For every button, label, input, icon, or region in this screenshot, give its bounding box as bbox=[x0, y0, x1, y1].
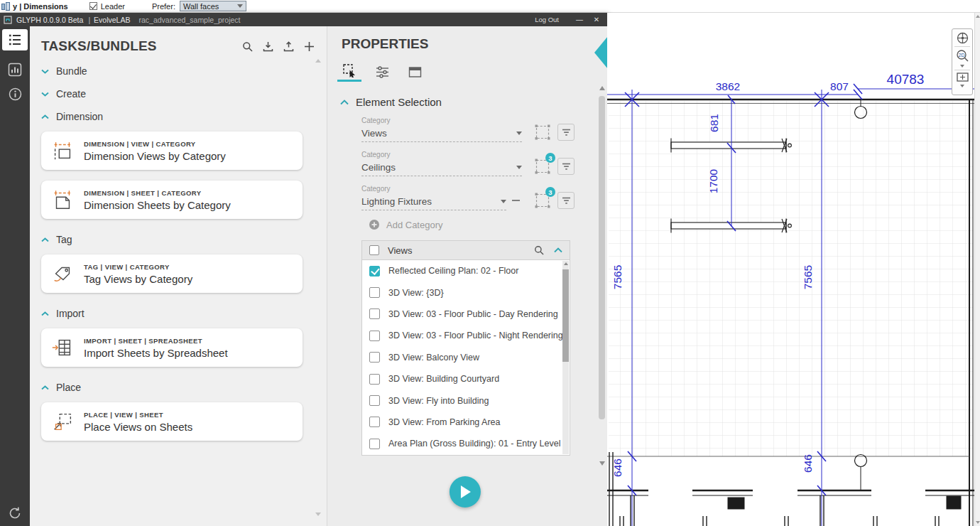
navigation-wheel-icon[interactable] bbox=[957, 32, 969, 44]
section-bundle[interactable]: Bundle bbox=[41, 62, 309, 80]
task-card-dimension-views[interactable]: DIMENSION | VIEW | CATEGORY Dimension Vi… bbox=[41, 132, 303, 170]
chevron-down-icon bbox=[237, 4, 243, 8]
ceiling-plan-drawing: 3862 807 40783 681 1700 7565 7565 646 64… bbox=[607, 13, 980, 526]
filter-button[interactable] bbox=[557, 158, 575, 175]
minimize-button[interactable]: — bbox=[573, 16, 586, 23]
view-checkbox[interactable] bbox=[369, 331, 380, 341]
section-place[interactable]: Place bbox=[41, 378, 309, 397]
add-category-button[interactable]: Add Category bbox=[369, 219, 597, 230]
task-card-tag-views[interactable]: TAG | VIEW | CATEGORY Tag Views by Categ… bbox=[41, 254, 303, 293]
view-list-item[interactable]: 3D View: From Parking Area bbox=[362, 412, 570, 433]
pick-elements-button[interactable]: 3 bbox=[534, 158, 551, 175]
analytics-nav-button[interactable] bbox=[2, 59, 28, 80]
view-checkbox[interactable] bbox=[369, 417, 380, 427]
views-list-header[interactable]: Views bbox=[362, 241, 570, 260]
glyph-titlebar[interactable]: GLYPH 0.0.9.0 Beta | EvolveLAB rac_advan… bbox=[0, 13, 607, 26]
section-create[interactable]: Create bbox=[41, 85, 309, 103]
view-navigation-bar: 2D bbox=[952, 28, 973, 95]
properties-scrollbar[interactable] bbox=[597, 86, 607, 466]
import-sheets-icon bbox=[50, 336, 75, 360]
scroll-up-icon[interactable] bbox=[599, 86, 605, 90]
view-checkbox[interactable] bbox=[369, 308, 380, 319]
tab-output[interactable] bbox=[403, 62, 427, 82]
task-card-import-sheets[interactable]: IMPORT | SHEET | SPREADSHEET Import Shee… bbox=[41, 328, 303, 367]
view-checkbox[interactable] bbox=[369, 287, 380, 298]
collapse-panel-handle[interactable] bbox=[594, 36, 608, 72]
task-card-place-views[interactable]: PLACE | VIEW | SHEET Place Views on Shee… bbox=[41, 402, 303, 441]
scroll-down-icon[interactable] bbox=[976, 521, 980, 524]
refresh-icon bbox=[8, 506, 22, 520]
select-elements-icon bbox=[343, 64, 356, 77]
tasks-nav-button[interactable] bbox=[2, 29, 28, 50]
refresh-button[interactable] bbox=[0, 506, 30, 520]
view-checkbox[interactable] bbox=[369, 352, 380, 363]
search-icon[interactable] bbox=[241, 40, 254, 53]
remove-category-button[interactable] bbox=[512, 199, 521, 202]
info-nav-button[interactable] bbox=[2, 83, 28, 104]
scroll-up-hint-icon[interactable] bbox=[315, 59, 321, 63]
zoom-2d-icon[interactable]: 2D bbox=[956, 49, 969, 63]
section-tag[interactable]: Tag bbox=[41, 230, 309, 249]
section-dimension[interactable]: Dimension bbox=[41, 107, 309, 126]
chevron-down-icon[interactable] bbox=[960, 85, 964, 87]
view-list-item[interactable]: 3D View: Fly into Building bbox=[362, 390, 570, 411]
chevron-up-icon bbox=[41, 114, 49, 119]
add-task-icon[interactable] bbox=[303, 40, 315, 53]
scroll-down-hint-icon[interactable] bbox=[315, 512, 321, 516]
view-checkbox[interactable] bbox=[369, 395, 380, 406]
select-all-checkbox[interactable] bbox=[369, 245, 379, 255]
download-icon[interactable] bbox=[261, 40, 274, 53]
logout-button[interactable]: Log Out bbox=[535, 16, 559, 23]
tab-element-selection[interactable] bbox=[337, 62, 361, 82]
scroll-up-icon[interactable] bbox=[564, 262, 568, 265]
view-list-item[interactable]: 3D View: 03 - Floor Public - Night Rende… bbox=[362, 325, 570, 346]
view-list-item[interactable]: 3D View: {3D} bbox=[362, 281, 570, 303]
filter-button[interactable] bbox=[557, 192, 575, 209]
upload-icon[interactable] bbox=[282, 40, 295, 53]
tab-settings[interactable] bbox=[370, 62, 394, 82]
view-list-item[interactable]: 3D View: 03 - Floor Public - Day Renderi… bbox=[362, 304, 570, 325]
prefer-dropdown[interactable]: Wall faces bbox=[180, 1, 246, 11]
glyph-window: GLYPH 0.0.9.0 Beta | EvolveLAB rac_advan… bbox=[0, 13, 607, 526]
pan-view-icon[interactable] bbox=[957, 73, 969, 82]
view-list-item[interactable]: Reflected Ceiling Plan: 02 - Floor bbox=[362, 260, 570, 281]
close-button[interactable]: ✕ bbox=[590, 16, 603, 23]
leader-checkbox[interactable] bbox=[89, 2, 97, 10]
chevron-up-icon[interactable] bbox=[554, 247, 562, 253]
category-dropdown[interactable]: Views bbox=[361, 125, 522, 142]
view-list-item[interactable]: 3D View: Balcony View bbox=[362, 347, 570, 368]
chevron-up-icon bbox=[41, 237, 49, 242]
canvas-scrollbar[interactable] bbox=[974, 13, 980, 526]
element-selection-header[interactable]: Element Selection bbox=[340, 96, 597, 108]
pick-elements-button[interactable] bbox=[534, 124, 551, 141]
tasks-panel: TASKS/BUNDLES bbox=[30, 26, 327, 526]
view-checkbox[interactable] bbox=[369, 439, 380, 449]
place-views-icon bbox=[50, 409, 75, 434]
scrollbar-thumb[interactable] bbox=[562, 269, 569, 362]
tag-views-icon bbox=[50, 262, 75, 286]
view-list-item[interactable]: Area Plan (Gross Building): 01 - Entry L… bbox=[362, 433, 570, 454]
properties-title: PROPERTIES bbox=[342, 36, 428, 52]
project-name: rac_advanced_sample_project bbox=[138, 16, 240, 24]
section-import[interactable]: Import bbox=[41, 304, 309, 323]
scroll-up-icon[interactable] bbox=[976, 15, 980, 18]
pick-elements-button[interactable]: 3 bbox=[534, 192, 551, 209]
view-list-item[interactable]: 3D View: Building Courtyard bbox=[362, 368, 570, 390]
task-card-dimension-sheets[interactable]: DIMENSION | SHEET | CATEGORY Dimension S… bbox=[41, 181, 303, 219]
view-checkbox[interactable] bbox=[369, 374, 380, 385]
search-icon[interactable] bbox=[533, 244, 545, 257]
views-list: Views Reflected Ceiling Plan: 02 - Floor… bbox=[361, 240, 570, 456]
view-checkbox[interactable] bbox=[369, 266, 380, 277]
filter-button[interactable] bbox=[557, 124, 575, 141]
revit-canvas[interactable]: 3862 807 40783 681 1700 7565 7565 646 64… bbox=[607, 13, 980, 526]
scroll-down-icon[interactable] bbox=[599, 461, 605, 466]
ceiling-grid bbox=[609, 101, 973, 456]
run-task-button[interactable] bbox=[450, 476, 481, 508]
category-dropdown[interactable]: Ceilings bbox=[361, 159, 522, 176]
title-divider: | bbox=[88, 16, 90, 24]
category-dropdown[interactable]: Lighting Fixtures bbox=[361, 193, 506, 210]
tasks-title: TASKS/BUNDLES bbox=[41, 38, 157, 54]
chevron-down-icon[interactable] bbox=[960, 65, 964, 68]
dimension-text: 646 bbox=[611, 458, 624, 477]
scrollbar-thumb[interactable] bbox=[599, 96, 605, 419]
